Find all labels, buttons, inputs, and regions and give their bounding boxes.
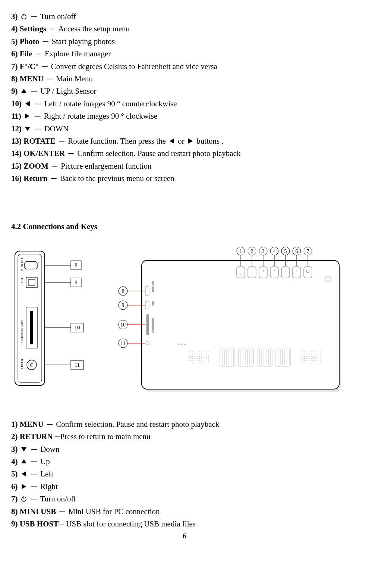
svg-point-167 xyxy=(309,354,309,354)
dash: ─ xyxy=(36,49,41,58)
svg-point-168 xyxy=(311,354,312,354)
svg-point-13 xyxy=(30,363,33,366)
svg-rect-23 xyxy=(142,260,339,389)
svg-point-206 xyxy=(306,363,307,363)
item-desc: USB slot for connecting USB media files xyxy=(66,519,196,528)
svg-point-91 xyxy=(201,356,202,357)
callout-11b: 11 xyxy=(120,341,125,346)
down-icon xyxy=(24,125,31,132)
item-desc: Left / rotate images 90 ° counterclockwi… xyxy=(44,99,177,108)
svg-point-159 xyxy=(313,351,314,352)
svg-point-70 xyxy=(199,351,200,352)
callout-2: 2 xyxy=(251,248,253,254)
svg-point-118 xyxy=(195,363,195,363)
power-icon xyxy=(20,495,27,502)
list-item: 11) ─ Right / rotate images 90 ° clockwi… xyxy=(11,111,358,122)
svg-point-205 xyxy=(304,363,305,363)
svg-point-106 xyxy=(190,360,191,361)
dash: ─ xyxy=(52,162,57,171)
list-item: 9) ─ UP / Light Sensor xyxy=(11,86,358,97)
svg-text:∨: ∨ xyxy=(262,269,265,273)
svg-point-112 xyxy=(204,360,204,361)
callout-8: 8 xyxy=(75,262,78,268)
svg-point-68 xyxy=(195,351,195,352)
dash: ─ xyxy=(31,494,37,503)
svg-point-204 xyxy=(302,363,303,363)
item-label: Return xyxy=(23,174,47,183)
svg-point-193 xyxy=(300,360,300,361)
svg-point-81 xyxy=(201,354,202,354)
svg-point-67 xyxy=(192,351,193,352)
svg-point-172 xyxy=(320,354,321,354)
svg-text:>: > xyxy=(296,269,297,273)
svg-point-199 xyxy=(313,360,314,361)
item-desc: Back to the previous menu or screen xyxy=(60,174,174,183)
svg-point-79 xyxy=(197,354,198,354)
item-desc: Picture enlargement function xyxy=(61,162,151,171)
svg-point-87 xyxy=(192,356,193,357)
item-label: ROTATE xyxy=(23,137,56,146)
svg-point-197 xyxy=(309,360,309,361)
svg-point-98 xyxy=(195,358,195,359)
svg-point-164 xyxy=(302,354,303,354)
svg-point-119 xyxy=(197,363,198,363)
list-item: 13) ROTATE ─ Rotate function. Then press… xyxy=(11,136,358,147)
list-item: 4) ─ Up xyxy=(11,456,358,467)
svg-point-72 xyxy=(204,351,204,352)
svg-point-156 xyxy=(306,351,307,352)
item-number: 11) xyxy=(11,112,21,121)
svg-point-104 xyxy=(208,358,209,359)
svg-point-157 xyxy=(309,351,309,352)
callout-3: 3 xyxy=(262,248,265,254)
svg-point-191 xyxy=(318,358,318,359)
item-label: File xyxy=(20,49,32,58)
dash: ─ xyxy=(35,124,41,133)
svg-point-77 xyxy=(192,354,193,354)
item-number: 2) xyxy=(11,432,18,441)
list-item: 3) ─ Down xyxy=(11,444,358,455)
dash: ─ xyxy=(31,87,37,96)
svg-point-187 xyxy=(309,358,309,359)
list-item: 8) MINI USB ─ Mini USB for PC connection xyxy=(11,506,358,517)
dash: ─ xyxy=(31,482,37,491)
item-desc: UP / Light Sensor xyxy=(40,87,96,96)
svg-point-123 xyxy=(206,363,206,363)
svg-text:∧: ∧ xyxy=(273,269,276,273)
item-desc-b: or xyxy=(178,137,184,146)
item-desc: Access the setup menu xyxy=(58,24,130,33)
callout-8b: 8 xyxy=(122,288,124,294)
page-number: 6 xyxy=(11,532,358,541)
svg-point-189 xyxy=(313,358,314,359)
svg-point-196 xyxy=(306,360,307,361)
item-desc: Right / rotate images 90 ° clockwise xyxy=(44,112,157,121)
svg-point-178 xyxy=(311,356,312,357)
svg-point-186 xyxy=(306,358,307,359)
svg-point-203 xyxy=(300,363,300,363)
item-label: MENU xyxy=(20,74,44,83)
item-number: 13) xyxy=(11,137,22,146)
dash: ─ xyxy=(51,174,57,183)
svg-point-65 xyxy=(188,351,189,352)
svg-point-114 xyxy=(208,360,209,361)
item-number: 9) xyxy=(11,519,18,528)
item-label: Photo xyxy=(20,37,40,46)
svg-rect-8 xyxy=(26,277,37,288)
svg-point-89 xyxy=(197,356,198,357)
dash: ─ xyxy=(43,37,48,46)
svg-point-176 xyxy=(306,356,307,357)
svg-point-110 xyxy=(199,360,200,361)
svg-point-211 xyxy=(318,363,318,363)
svg-point-160 xyxy=(315,351,316,352)
dash: ─ xyxy=(59,507,65,516)
svg-point-177 xyxy=(309,356,309,357)
svg-point-83 xyxy=(206,354,206,354)
item-number: 4) xyxy=(11,24,18,33)
item-number: 3) xyxy=(11,445,18,454)
item-desc: Main Menu xyxy=(56,74,93,83)
svg-point-94 xyxy=(208,356,209,357)
dash: ─ xyxy=(55,432,60,441)
svg-point-96 xyxy=(190,358,191,359)
item-number: 3) xyxy=(11,12,18,21)
port-mini-usb: Mini USB xyxy=(151,281,154,292)
svg-point-201 xyxy=(318,360,318,361)
